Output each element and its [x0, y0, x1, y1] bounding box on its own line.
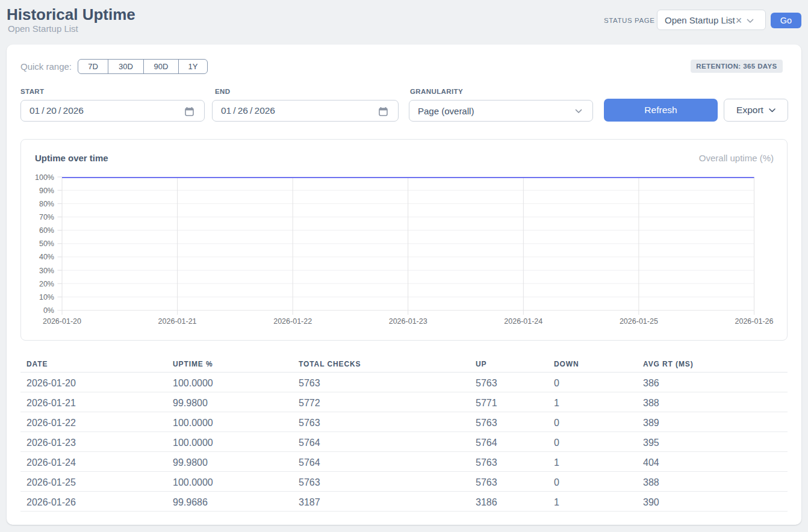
svg-text:50%: 50% — [39, 240, 54, 248]
svg-text:100%: 100% — [35, 173, 54, 182]
svg-text:2026-01-22: 2026-01-22 — [273, 317, 312, 326]
svg-text:2026-01-20: 2026-01-20 — [43, 317, 81, 326]
svg-text:90%: 90% — [39, 187, 54, 195]
svg-text:40%: 40% — [39, 253, 54, 261]
svg-text:80%: 80% — [39, 200, 54, 208]
svg-text:2026-01-21: 2026-01-21 — [158, 317, 197, 326]
svg-text:60%: 60% — [39, 226, 54, 235]
svg-text:70%: 70% — [39, 213, 54, 221]
svg-text:10%: 10% — [39, 293, 54, 302]
svg-text:2026-01-23: 2026-01-23 — [389, 317, 427, 326]
svg-text:2026-01-26: 2026-01-26 — [735, 317, 774, 326]
svg-text:30%: 30% — [39, 267, 54, 275]
svg-text:20%: 20% — [39, 280, 54, 288]
svg-text:0%: 0% — [43, 306, 54, 315]
svg-text:2026-01-25: 2026-01-25 — [620, 317, 658, 326]
svg-text:2026-01-24: 2026-01-24 — [504, 317, 542, 326]
